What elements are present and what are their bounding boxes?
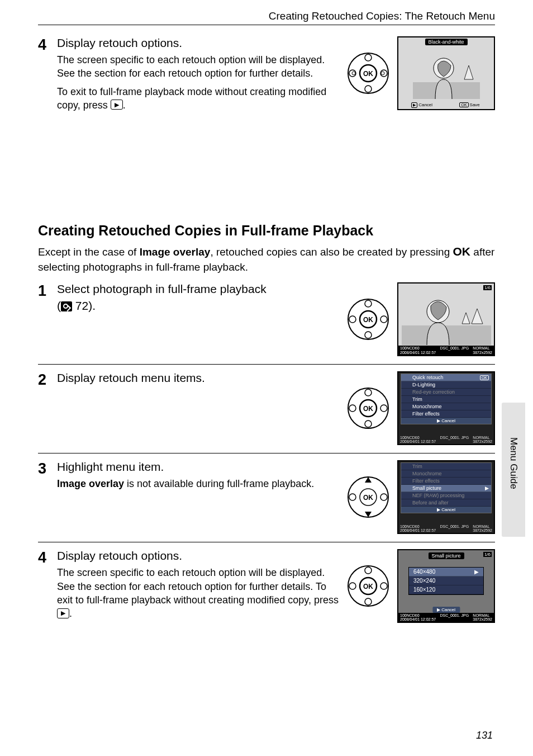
svg-point-3 — [365, 54, 372, 61]
screen-cancel: ▶Cancel — [410, 102, 435, 108]
size-option: 320×240 — [409, 577, 483, 585]
svg-point-8 — [381, 72, 384, 75]
svg-marker-10 — [464, 65, 473, 79]
menu-item: Monochrome — [401, 403, 491, 410]
text-fragment: The screen specific to each retouch opti… — [57, 567, 339, 606]
page-number: 131 — [476, 730, 493, 741]
page-header: Creating Retouched Copies: The Retouch M… — [38, 10, 495, 25]
svg-point-4 — [365, 86, 372, 92]
svg-marker-20 — [472, 309, 483, 324]
svg-point-7 — [352, 72, 355, 75]
counter: 1/6 — [483, 285, 492, 290]
menu-item: Filter effects — [401, 410, 491, 418]
text-fragment: . — [123, 100, 126, 111]
step-title: Display retouch options. — [57, 36, 340, 50]
cancel-bar: ▶ Cancel — [432, 607, 460, 613]
svg-point-43 — [380, 583, 387, 589]
step-description-2: To exit to full-frame playback mode with… — [57, 85, 340, 112]
text-fragment: is not available during full-frame playb… — [124, 478, 314, 489]
svg-point-5 — [349, 70, 356, 77]
text-fragment: To exit to full-frame playback mode with… — [57, 86, 326, 111]
svg-point-6 — [380, 70, 387, 77]
camera-screen-menu-2: TrimMonochromeFilter effectsSmall pictur… — [397, 460, 495, 534]
step-ref: ( 72). — [57, 299, 340, 313]
dpad-ok-illustration: OK — [346, 51, 391, 96]
svg-point-18 — [380, 316, 387, 323]
svg-text:OK: OK — [363, 405, 373, 413]
emphasis: Image overlay — [140, 246, 211, 258]
screen-mode-label: Black-and-white — [425, 39, 467, 45]
size-option: 160×120 — [409, 585, 483, 594]
playback-icon — [57, 608, 69, 618]
menu-item: NEF (RAW) processing — [401, 492, 491, 499]
menu-item: Small picture▶ — [401, 485, 491, 492]
step-1: 1 Select photograph in full-frame playba… — [38, 282, 495, 356]
svg-text:OK: OK — [363, 494, 373, 502]
separator — [38, 453, 495, 453]
svg-marker-34 — [365, 512, 372, 517]
svg-text:OK: OK — [363, 583, 373, 590]
ok-label: OK — [453, 245, 471, 258]
svg-text:OK: OK — [363, 70, 373, 78]
menu-item: Filter effects — [401, 478, 491, 485]
cancel-bar: ▶ Cancel — [401, 418, 491, 424]
text-fragment: , retouched copies can also be created b… — [210, 246, 453, 258]
svg-point-41 — [365, 598, 372, 605]
side-tab: Menu Guide — [502, 403, 525, 537]
step-title: Highlight menu item. — [57, 460, 340, 474]
step-description: Image overlay is not available during fu… — [57, 477, 340, 490]
dpad-ok-illustration: OK — [346, 386, 391, 431]
svg-marker-33 — [365, 477, 372, 483]
step-4-top: 4 Display retouch options. The screen sp… — [38, 36, 495, 116]
menu-item: Trim — [401, 396, 491, 403]
step-number: 4 — [38, 36, 57, 53]
svg-point-16 — [365, 332, 372, 338]
reference-icon — [61, 301, 72, 311]
svg-point-17 — [349, 316, 356, 323]
text-fragment: Except in the case of — [38, 246, 140, 258]
playback-icon — [111, 100, 123, 110]
svg-point-26 — [365, 389, 372, 396]
step-description: The screen specific to each retouch opti… — [57, 566, 340, 620]
step-title: Select photograph in full-frame playback — [57, 282, 340, 296]
separator — [38, 542, 495, 542]
menu-item: Monochrome — [401, 470, 491, 478]
svg-point-35 — [349, 494, 356, 500]
section-paragraph: Except in the case of Image overlay, ret… — [38, 243, 495, 275]
step-4-bottom: 4 Display retouch options. The screen sp… — [38, 549, 495, 625]
menu-item: D-Lighting — [401, 381, 491, 389]
svg-text:OK: OK — [363, 316, 373, 324]
camera-screen-menu: Quick retouchOKD-LightingRed-eye correct… — [397, 371, 495, 445]
step-number: 2 — [38, 371, 57, 388]
svg-point-28 — [349, 405, 356, 412]
emphasis: Image overlay — [57, 478, 124, 489]
dpad-arrows-illustration: OK — [346, 475, 391, 519]
camera-screen-playback: 1/6 100NCD602008/04/01 12:02:57 DSC_0001… — [397, 282, 495, 356]
svg-point-40 — [365, 567, 372, 574]
text-fragment: ( — [57, 299, 61, 312]
step-title: Display retouch options. — [57, 549, 340, 563]
screen-mode-label: Small picture — [428, 552, 464, 559]
menu-item: Trim — [401, 463, 491, 470]
camera-screen-sizes: 1/6 Small picture 640×480▶320×240160×120… — [397, 549, 495, 623]
cancel-bar: ▶ Cancel — [401, 507, 491, 513]
camera-screen-bw: Black-and-white ▶Cancel OKSave — [397, 36, 495, 110]
step-number: 1 — [38, 282, 57, 299]
step-title: Display retouch menu items. — [57, 371, 340, 385]
svg-point-42 — [349, 583, 356, 589]
menu-item: Red-eye correction — [401, 389, 491, 396]
counter: 1/6 — [483, 552, 492, 557]
section-heading: Creating Retouched Copies in Full-frame … — [38, 223, 495, 239]
dpad-ok-illustration: OK — [346, 297, 391, 342]
side-tab-label: Menu Guide — [508, 437, 519, 489]
menu-item: Quick retouchOK — [401, 374, 491, 381]
step-number: 3 — [38, 460, 57, 476]
step-number: 4 — [38, 549, 57, 565]
menu-item: Before and after — [401, 499, 491, 507]
svg-point-27 — [365, 420, 372, 427]
size-option: 640×480▶ — [409, 568, 483, 577]
step-2: 2 Display retouch menu items. OK Quick r… — [38, 371, 495, 445]
text-fragment: . — [69, 608, 72, 619]
step-description: The screen specific to each retouch opti… — [57, 53, 340, 81]
step-3: 3 Highlight menu item. Image overlay is … — [38, 460, 495, 534]
